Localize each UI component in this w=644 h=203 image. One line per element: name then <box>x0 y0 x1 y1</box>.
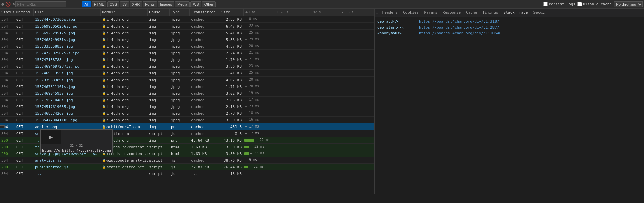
waterfall-dash: — 29 ms <box>245 37 259 41</box>
table-row[interactable]: 304 GET seed... pgstatic.com script js c… <box>0 130 374 137</box>
table-row[interactable]: 304 GET 15356925295175.jpg 🔒i.4cdn.org i… <box>0 30 374 36</box>
settings-icon[interactable]: ⚙ <box>1 2 4 7</box>
cell-status: 304 <box>0 31 15 35</box>
filter-btn-css[interactable]: CSS <box>107 1 120 7</box>
filter-btn-other[interactable]: Other <box>202 1 216 7</box>
cell-file: 153747250256252s.jpg <box>34 51 101 55</box>
cell-cause: img <box>148 118 170 122</box>
cell-size: 2.85 KB <box>220 17 244 22</box>
cell-method: GET <box>15 51 34 55</box>
cell-type: jpeg <box>170 64 190 69</box>
tab-stack-trace[interactable]: Stack Trace <box>501 9 531 17</box>
table-row[interactable]: 304 GET 15374517619035.jpg 🔒i.4cdn.org i… <box>0 103 374 110</box>
table-row[interactable]: 304 GET analytics.js 🔒www.google-analyti… <box>0 157 374 164</box>
table-row[interactable]: 304 GET 15366995050266s.jpg 🔒i.4cdn.org … <box>0 23 374 30</box>
table-row[interactable]: 304 GET ... script js ... 13 KB <box>0 170 374 177</box>
cell-status: 304 <box>0 105 15 109</box>
cell-domain: 🔒www.google-analytics.com <box>101 158 148 163</box>
table-row[interactable]: 304 GET 153746904593s.jpg 🔒i.4cdn.org im… <box>0 90 374 97</box>
cell-cause: img <box>148 125 170 129</box>
cell-waterfall <box>244 170 374 177</box>
table-row[interactable]: 304 GET 153747250256252s.jpg 🔒i.4cdn.org… <box>0 50 374 56</box>
cell-domain: 🔒i.4cdn.org <box>101 24 148 29</box>
table-row[interactable]: 304 GET 153719571048s.jpg 🔒i.4cdn.org im… <box>0 97 374 103</box>
cell-size: 4.87 KB <box>220 44 244 49</box>
cell-file: publishertag.js <box>34 165 101 169</box>
cell-method: GET <box>15 78 34 82</box>
table-row[interactable]: 200 GET publishertag.js 🔒static.criteo.n… <box>0 164 374 170</box>
tab-cookies[interactable]: Cookies <box>400 9 421 17</box>
table-row[interactable]: 304 GET 153744780/306s.jpg 🔒i.4cdn.org i… <box>0 16 374 23</box>
cell-type: jpeg <box>170 105 190 109</box>
cell-size: 3.86 KB <box>220 64 244 69</box>
panel-expand-icon[interactable]: ⊞ <box>376 11 378 15</box>
stack-url-1[interactable]: https://boards.4chan.org/diy/:1:3187 <box>419 19 499 24</box>
cell-transferred: cached <box>190 24 220 29</box>
cell-waterfall: — 32 ms <box>244 144 374 150</box>
cell-method: GET <box>15 71 34 75</box>
filter-btn-html[interactable]: HTML <box>92 1 106 7</box>
persist-logs-label[interactable]: Persist Logs <box>543 2 575 6</box>
cell-transferred: cached <box>190 17 220 22</box>
persist-logs-checkbox[interactable] <box>543 2 548 6</box>
cell-domain: 🔒i.4cdn.org <box>101 105 148 109</box>
table-body: 304 GET 153744780/306s.jpg 🔒i.4cdn.org i… <box>0 16 374 194</box>
table-row[interactable]: 304 GET 153746887426s.jpg 🔒i.4cdn.org im… <box>0 110 374 117</box>
cell-type: jpeg <box>170 31 190 35</box>
filter-btn-js[interactable]: JS <box>120 1 129 7</box>
cell-type: jpeg <box>170 118 190 122</box>
cell-type: jpeg <box>170 111 190 116</box>
table-row[interactable]: 304 GET 153733335883s.jpg 🔒i.4cdn.org im… <box>0 43 374 50</box>
tab-cache[interactable]: Cache <box>463 9 480 17</box>
cell-waterfall: — 19 ms <box>244 90 374 97</box>
filter-btn-images[interactable]: Images <box>158 1 174 7</box>
stack-func-2: oeo.start</< <box>377 25 418 30</box>
table-row[interactable]: 304 GET 153746951355s.jpg 🔒i.4cdn.org im… <box>0 70 374 77</box>
throttle-select[interactable]: No throttling <box>614 1 643 7</box>
tab-security[interactable]: Secu… <box>530 9 547 17</box>
filter-btn-fonts[interactable]: Fonts <box>143 1 157 7</box>
table-row[interactable]: 304 GET 153354770041105.jpg 🔒i.4cdn.org … <box>0 117 374 123</box>
cell-status: 304 <box>0 17 15 22</box>
filter-btn-xhr[interactable]: XHR <box>130 1 142 7</box>
cell-size: 13 KB <box>220 172 244 176</box>
table-row[interactable]: 304 GET 153746874993Is.jpg 🔒i.4cdn.org i… <box>0 36 374 43</box>
waterfall-dash: — 17 ms <box>245 98 259 101</box>
tab-headers[interactable]: Headers <box>380 9 400 17</box>
filter-btn-media[interactable]: Media <box>175 1 190 7</box>
main-layout: Status Method File Domain Cause Type Tra… <box>0 9 644 194</box>
cell-status: 304 <box>0 44 15 49</box>
filter-input[interactable] <box>15 1 66 7</box>
cell-domain: 🔒i.4cdn.org <box>101 64 148 69</box>
tab-params[interactable]: Params <box>421 9 440 17</box>
cell-waterfall: — 17 ms <box>244 130 374 137</box>
cell-transferred: cached <box>190 125 220 129</box>
table-row[interactable]: 304 GET 153746781110Is.jpg 🔒i.4cdn.org i… <box>0 83 374 90</box>
stack-url-2[interactable]: https://boards.4chan.org/diy/:1:2877 <box>419 25 499 30</box>
disable-cache-label[interactable]: Disable cache <box>577 2 612 6</box>
filter-btn-all[interactable]: All <box>82 1 91 7</box>
clear-icon[interactable]: 🚫 <box>5 2 11 7</box>
right-panel-tabs: ⊞ Headers Cookies Params Response Cache … <box>375 9 644 17</box>
disable-cache-checkbox[interactable] <box>577 2 582 6</box>
filter-btn-ws[interactable]: WS <box>190 1 201 7</box>
url-tooltip: ▶ 32 × 32 https://orbitfour47.com/adclix… <box>40 129 113 153</box>
table-row[interactable]: 304 GET 153747138788s.jpg 🔒i.4cdn.org im… <box>0 56 374 63</box>
cell-status: 304 <box>0 132 15 136</box>
cell-cause: img <box>148 98 170 102</box>
stack-url-3[interactable]: https://boards.4chan.org/diy/:1:10546 <box>419 31 501 35</box>
cell-waterfall: — 32 ms <box>244 164 374 170</box>
cell-method: GET <box>15 152 34 156</box>
tab-response[interactable]: Response <box>440 9 463 17</box>
cell-cause: script <box>148 145 170 149</box>
cell-cause: img <box>148 44 170 49</box>
table-row[interactable]: 304 GET 153733983389s.jpg 🔒i.4cdn.org im… <box>0 77 374 83</box>
cell-status: 304 <box>0 64 15 69</box>
cell-status: 304 <box>0 98 15 102</box>
cell-domain: 🔒i.4cdn.org <box>101 51 148 55</box>
cell-file: 153747138788s.jpg <box>34 58 101 62</box>
tab-timings[interactable]: Timings <box>480 9 501 17</box>
waterfall-dash: — 16 ms <box>245 118 259 121</box>
table-row[interactable]: 304 GET 153746946972873s.jpg 🔒i.4cdn.org… <box>0 63 374 70</box>
cell-method: GET <box>15 145 34 149</box>
